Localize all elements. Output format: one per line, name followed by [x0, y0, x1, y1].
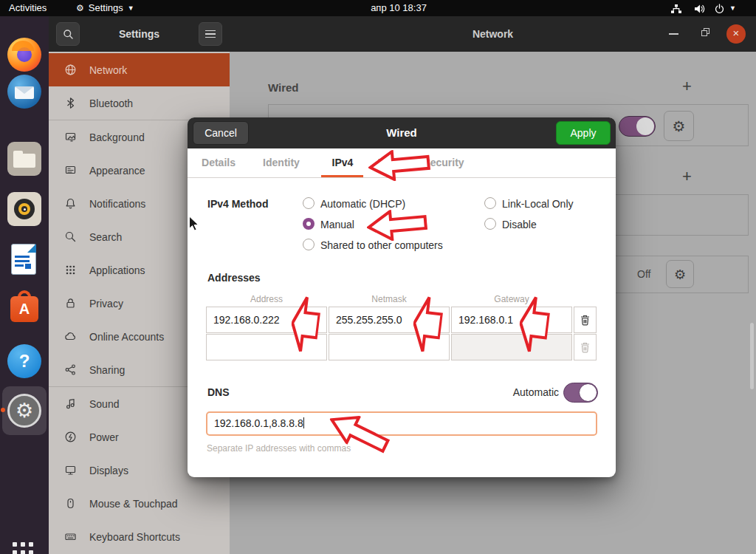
gateway-input-empty[interactable]	[451, 334, 572, 360]
sidebar-item-label: Online Accounts	[89, 331, 164, 343]
sidebar-item-label: Sharing	[89, 364, 125, 376]
app-menu-label: Settings	[89, 0, 123, 16]
sidebar-item-label: Notifications	[89, 198, 145, 210]
radio-automatic-dhcp[interactable]	[303, 197, 315, 209]
hamburger-icon	[205, 30, 216, 32]
sidebar-item-label: Keyboard Shortcuts	[89, 531, 180, 543]
radio-link-local[interactable]	[484, 197, 496, 209]
apply-button[interactable]: Apply	[556, 121, 611, 145]
sidebar-item-network[interactable]: Network	[49, 53, 230, 86]
globe-icon	[64, 64, 77, 76]
bell-icon	[64, 197, 77, 210]
music-note-icon	[64, 397, 77, 410]
sidebar-item-label: Privacy	[89, 298, 123, 310]
wired-toggle[interactable]	[619, 116, 656, 137]
wired-section-title: Wired	[268, 81, 299, 94]
tab-identity[interactable]: Identity	[258, 148, 304, 177]
radio-disable[interactable]	[484, 218, 496, 230]
radio-label[interactable]: Link-Local Only	[502, 198, 574, 210]
gear-icon: ⚙	[674, 267, 686, 282]
gear-icon: ⚙	[76, 0, 84, 16]
addresses-label: Addresses	[207, 272, 261, 284]
wired-settings-gear-button[interactable]: ⚙	[664, 111, 694, 141]
sidebar-item-label: Background	[89, 131, 145, 143]
thunderbird-icon[interactable]	[7, 75, 41, 109]
power-icon	[64, 431, 77, 443]
add-wired-button[interactable]: +	[682, 77, 692, 96]
delete-address-row-button[interactable]	[574, 307, 597, 333]
grid-icon	[64, 264, 77, 276]
tab-details[interactable]: Details	[198, 148, 239, 177]
files-icon[interactable]	[7, 142, 41, 176]
scrollbar[interactable]	[750, 323, 754, 389]
tab-ipv4[interactable]: IPv4	[323, 148, 362, 177]
sidebar-item-label: Sound	[89, 398, 119, 410]
monitor-icon	[64, 464, 77, 476]
dns-label: DNS	[207, 386, 230, 398]
search-icon	[64, 230, 77, 243]
sidebar-item-bluetooth[interactable]: Bluetooth	[49, 86, 230, 120]
close-button[interactable]: ×	[726, 24, 746, 44]
proxy-settings-gear-button[interactable]: ⚙	[666, 260, 694, 288]
dns-helper-text: Separate IP addresses with commas	[207, 443, 351, 454]
cloud-icon	[64, 330, 77, 343]
text-caret	[303, 417, 304, 428]
cancel-button[interactable]: Cancel	[193, 121, 249, 145]
annotation-arrow-manual	[365, 207, 428, 243]
active-tab-underline	[321, 175, 363, 177]
dns-input[interactable]: 192.168.0.1,8.8.8.8	[206, 411, 597, 436]
desktop: Activities ⚙ Settings ▼ апр 10 18:37 ▼	[0, 0, 756, 554]
firefox-icon[interactable]	[7, 38, 41, 72]
dock: A ? ⚙	[0, 16, 49, 554]
rhythmbox-icon[interactable]	[7, 192, 41, 226]
radio-manual[interactable]	[303, 218, 315, 230]
sidebar-item-mouse-touchpad[interactable]: Mouse & Touchpad	[49, 487, 230, 520]
activities-button[interactable]: Activities	[9, 0, 47, 16]
annotation-arrow-ipv4-tab	[367, 147, 431, 183]
settings-dock-icon[interactable]: ⚙	[7, 394, 41, 428]
ipv4-method-label: IPv4 Method	[207, 198, 268, 210]
share-icon	[64, 363, 77, 376]
lock-icon	[64, 297, 77, 310]
maximize-button[interactable]	[701, 28, 709, 36]
running-indicator-dot	[1, 408, 5, 412]
column-header-gateway: Gateway	[451, 294, 572, 304]
mouse-cursor	[188, 216, 199, 235]
radio-label[interactable]: Manual	[320, 219, 354, 230]
trash-icon	[580, 314, 591, 326]
sidebar-item-label: Applications	[89, 264, 145, 276]
sidebar-item-label: Power	[89, 431, 119, 443]
app-menu[interactable]: ⚙ Settings ▼	[76, 0, 134, 16]
mouse-icon	[64, 497, 77, 510]
dns-value: 192.168.0.1,8.8.8.8	[214, 417, 303, 429]
radio-label[interactable]: Disable	[502, 219, 537, 230]
dialog-headerbar: Wired Cancel Apply	[188, 117, 616, 148]
appearance-icon	[64, 164, 77, 177]
window-headerbar: Settings Network ×	[49, 16, 756, 52]
sidebar-item-label: Bluetooth	[89, 98, 133, 109]
radio-shared[interactable]	[303, 239, 315, 250]
proxy-status: Off	[637, 268, 650, 280]
clock[interactable]: апр 10 18:37	[336, 0, 461, 16]
ubuntu-software-icon[interactable]: A	[7, 290, 41, 324]
delete-address-row-button-disabled[interactable]	[574, 334, 597, 360]
wallpaper-icon	[64, 131, 77, 143]
menu-button[interactable]	[199, 22, 222, 46]
minimize-button[interactable]	[669, 33, 678, 35]
show-applications-icon[interactable]	[13, 542, 36, 554]
dialog-title: Wired	[188, 117, 616, 148]
gateway-input[interactable]: 192.168.0.1	[451, 307, 572, 333]
keyboard-icon	[64, 530, 77, 543]
dns-automatic-toggle[interactable]	[563, 383, 598, 403]
sidebar-item-label: Network	[89, 64, 127, 76]
libreoffice-writer-icon[interactable]	[7, 242, 41, 276]
sidebar-item-keyboard-shortcuts[interactable]: Keyboard Shortcuts	[49, 520, 230, 553]
radio-label[interactable]: Automatic (DHCP)	[320, 198, 405, 210]
chevron-down-icon: ▼	[128, 0, 134, 16]
sidebar-item-label: Appearance	[89, 165, 145, 177]
add-vpn-button[interactable]: +	[682, 167, 692, 186]
sidebar-item-label: Mouse & Touchpad	[89, 498, 178, 510]
chevron-down-icon[interactable]: ▼	[729, 0, 736, 16]
help-icon[interactable]: ?	[7, 344, 41, 378]
bluetooth-icon	[64, 97, 77, 109]
